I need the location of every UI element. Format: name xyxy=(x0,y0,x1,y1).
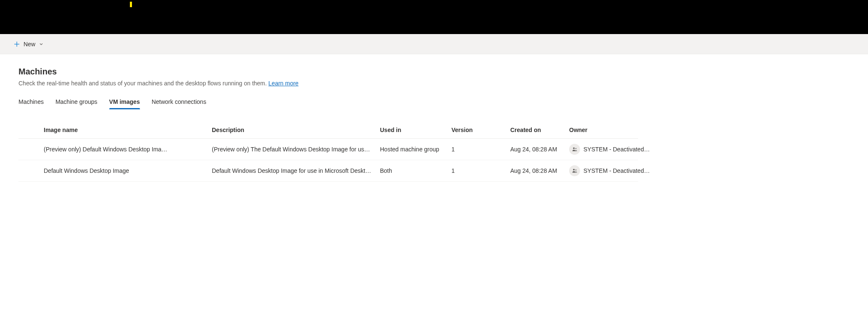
cell-created-on: Aug 24, 08:28 AM xyxy=(510,167,569,174)
col-image-name[interactable]: Image name xyxy=(44,127,212,133)
tab-label: Network connections xyxy=(152,98,206,105)
cell-description: (Preview only) The Default Windows Deskt… xyxy=(212,146,380,153)
cell-owner: SYSTEM - Deactivated… xyxy=(569,144,662,155)
cell-version: 1 xyxy=(451,146,510,153)
tab-label: Machine groups xyxy=(55,98,98,105)
tab-machine-groups[interactable]: Machine groups xyxy=(55,95,98,109)
table-row[interactable]: Default Windows Desktop Image Default Wi… xyxy=(18,160,638,182)
col-used-in[interactable]: Used in xyxy=(380,127,451,133)
col-description[interactable]: Description xyxy=(212,127,380,133)
new-button[interactable]: New xyxy=(10,38,47,50)
chevron-down-icon xyxy=(39,42,44,47)
cell-used-in: Both xyxy=(380,167,451,174)
owner-avatar-icon xyxy=(569,144,580,155)
tab-network-connections[interactable]: Network connections xyxy=(152,95,206,109)
owner-text: SYSTEM - Deactivated… xyxy=(583,167,650,174)
tabs: Machines Machine groups VM images Networ… xyxy=(18,95,638,110)
top-black-bar xyxy=(0,0,868,34)
svg-point-5 xyxy=(575,169,577,171)
tab-label: VM images xyxy=(109,98,140,105)
grid-header-row: Image name Description Used in Version C… xyxy=(18,122,638,139)
cell-used-in: Hosted machine group xyxy=(380,146,451,153)
cell-image-name: Default Windows Desktop Image xyxy=(44,167,212,174)
cell-image-name: (Preview only) Default Windows Desktop I… xyxy=(44,146,212,153)
col-created-on[interactable]: Created on xyxy=(510,127,569,133)
svg-point-4 xyxy=(573,169,575,170)
page-title: Machines xyxy=(18,67,638,77)
page-subtitle: Check the real-time health and status of… xyxy=(18,80,638,87)
cell-description: Default Windows Desktop Image for use in… xyxy=(212,167,380,174)
cell-owner: SYSTEM - Deactivated… xyxy=(569,165,662,176)
tab-machines[interactable]: Machines xyxy=(18,95,44,109)
tab-label: Machines xyxy=(18,98,44,105)
owner-avatar-icon xyxy=(569,165,580,176)
svg-point-3 xyxy=(575,148,577,149)
learn-more-link[interactable]: Learn more xyxy=(269,80,299,87)
subtitle-text: Check the real-time health and status of… xyxy=(18,80,267,87)
new-button-label: New xyxy=(24,41,35,48)
vm-images-grid: Image name Description Used in Version C… xyxy=(18,122,638,182)
command-bar: New xyxy=(0,34,868,54)
table-row[interactable]: (Preview only) Default Windows Desktop I… xyxy=(18,139,638,160)
col-owner[interactable]: Owner xyxy=(569,127,662,133)
main-content: Machines Check the real-time health and … xyxy=(0,54,652,182)
plus-icon xyxy=(13,41,20,48)
cell-version: 1 xyxy=(451,167,510,174)
cell-created-on: Aug 24, 08:28 AM xyxy=(510,146,569,153)
owner-text: SYSTEM - Deactivated… xyxy=(583,146,650,153)
col-version[interactable]: Version xyxy=(451,127,510,133)
svg-point-2 xyxy=(573,147,575,149)
text-cursor-indicator xyxy=(130,2,132,7)
tab-vm-images[interactable]: VM images xyxy=(109,95,140,109)
